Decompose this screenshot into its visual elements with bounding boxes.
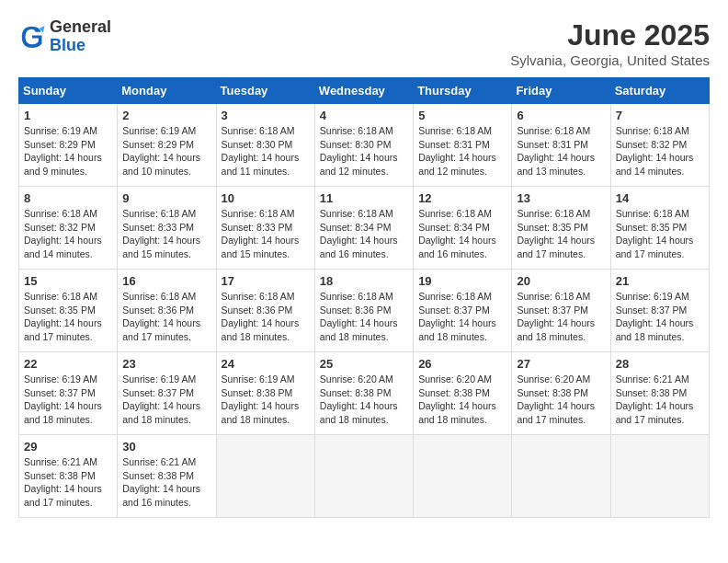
col-sunday: Sunday (19, 78, 118, 104)
table-row: 25Sunrise: 6:20 AMSunset: 8:38 PMDayligh… (314, 352, 413, 435)
table-row (610, 435, 709, 518)
table-row: 7Sunrise: 6:18 AMSunset: 8:32 PMDaylight… (610, 104, 709, 187)
calendar-table: Sunday Monday Tuesday Wednesday Thursday… (18, 77, 710, 518)
table-row: 28Sunrise: 6:21 AMSunset: 8:38 PMDayligh… (610, 352, 709, 435)
table-row: 19Sunrise: 6:18 AMSunset: 8:37 PMDayligh… (414, 270, 512, 352)
col-wednesday: Wednesday (314, 78, 413, 104)
col-saturday: Saturday (610, 78, 709, 104)
table-row: 30Sunrise: 6:21 AMSunset: 8:38 PMDayligh… (118, 435, 216, 518)
col-tuesday: Tuesday (216, 78, 314, 104)
table-row: 20Sunrise: 6:18 AMSunset: 8:37 PMDayligh… (512, 270, 610, 352)
page-header: General Blue June 2025 Sylvania, Georgia… (18, 18, 710, 68)
table-row: 15Sunrise: 6:18 AMSunset: 8:35 PMDayligh… (19, 270, 118, 352)
table-row: 24Sunrise: 6:19 AMSunset: 8:38 PMDayligh… (216, 352, 314, 435)
table-row: 2Sunrise: 6:19 AMSunset: 8:29 PMDaylight… (118, 104, 216, 187)
logo: General Blue (18, 18, 111, 55)
table-row: 3Sunrise: 6:18 AMSunset: 8:30 PMDaylight… (216, 104, 314, 187)
table-row (216, 435, 314, 518)
table-row: 27Sunrise: 6:20 AMSunset: 8:38 PMDayligh… (512, 352, 610, 435)
table-row: 21Sunrise: 6:19 AMSunset: 8:37 PMDayligh… (610, 270, 709, 352)
logo-text: General Blue (50, 18, 111, 55)
col-thursday: Thursday (414, 78, 512, 104)
month-title: June 2025 (510, 18, 710, 52)
table-row: 4Sunrise: 6:18 AMSunset: 8:30 PMDaylight… (314, 104, 413, 187)
table-row: 14Sunrise: 6:18 AMSunset: 8:35 PMDayligh… (610, 187, 709, 270)
location-title: Sylvania, Georgia, United States (510, 52, 710, 68)
title-area: June 2025 Sylvania, Georgia, United Stat… (510, 18, 710, 68)
table-row: 29Sunrise: 6:21 AMSunset: 8:38 PMDayligh… (19, 435, 118, 518)
logo-blue-text: Blue (50, 37, 111, 55)
logo-general-text: General (50, 18, 111, 37)
table-row: 26Sunrise: 6:20 AMSunset: 8:38 PMDayligh… (414, 352, 512, 435)
table-row (314, 435, 413, 518)
table-row: 22Sunrise: 6:19 AMSunset: 8:37 PMDayligh… (19, 352, 118, 435)
col-monday: Monday (118, 78, 216, 104)
table-row: 8Sunrise: 6:18 AMSunset: 8:32 PMDaylight… (19, 187, 118, 270)
table-row: 17Sunrise: 6:18 AMSunset: 8:36 PMDayligh… (216, 270, 314, 352)
col-friday: Friday (512, 78, 610, 104)
logo-icon (18, 23, 46, 51)
table-row: 18Sunrise: 6:18 AMSunset: 8:36 PMDayligh… (314, 270, 413, 352)
table-row: 13Sunrise: 6:18 AMSunset: 8:35 PMDayligh… (512, 187, 610, 270)
table-row (414, 435, 512, 518)
table-row: 5Sunrise: 6:18 AMSunset: 8:31 PMDaylight… (414, 104, 512, 187)
table-row: 6Sunrise: 6:18 AMSunset: 8:31 PMDaylight… (512, 104, 610, 187)
table-row: 11Sunrise: 6:18 AMSunset: 8:34 PMDayligh… (314, 187, 413, 270)
table-row: 9Sunrise: 6:18 AMSunset: 8:33 PMDaylight… (118, 187, 216, 270)
table-row: 23Sunrise: 6:19 AMSunset: 8:37 PMDayligh… (118, 352, 216, 435)
table-row: 1Sunrise: 6:19 AMSunset: 8:29 PMDaylight… (19, 104, 118, 187)
table-row: 12Sunrise: 6:18 AMSunset: 8:34 PMDayligh… (414, 187, 512, 270)
table-row (512, 435, 610, 518)
calendar-header-row: Sunday Monday Tuesday Wednesday Thursday… (19, 78, 710, 104)
table-row: 10Sunrise: 6:18 AMSunset: 8:33 PMDayligh… (216, 187, 314, 270)
table-row: 16Sunrise: 6:18 AMSunset: 8:36 PMDayligh… (118, 270, 216, 352)
